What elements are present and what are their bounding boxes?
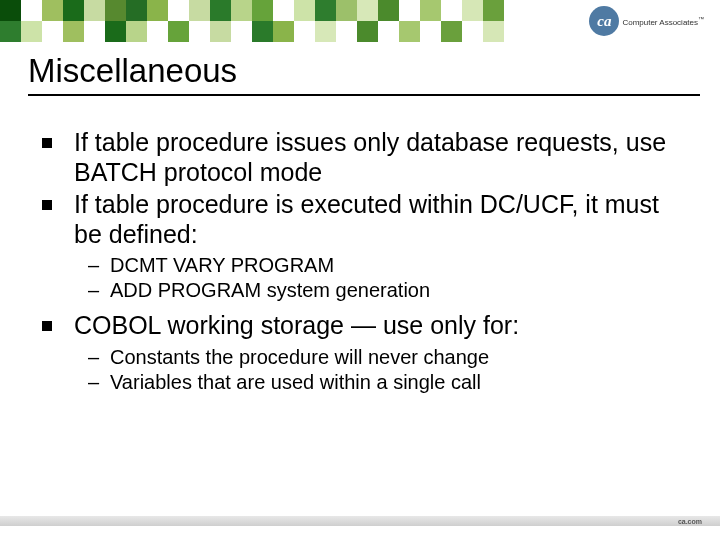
footer-text: ca.com xyxy=(678,518,702,525)
bullet-text: If table procedure issues only database … xyxy=(74,128,666,186)
sub-item: Constants the procedure will never chang… xyxy=(88,345,680,370)
mosaic-tile xyxy=(294,21,315,42)
mosaic-tile xyxy=(420,21,441,42)
brand-name: Computer Associates xyxy=(622,17,698,26)
mosaic-tile xyxy=(21,0,42,21)
mosaic-tile xyxy=(231,0,252,21)
mosaic-tile xyxy=(42,0,63,21)
mosaic-tile xyxy=(294,0,315,21)
mosaic-tile xyxy=(126,0,147,21)
brand-tm: ™ xyxy=(698,16,704,22)
ca-badge-icon: ca xyxy=(589,6,619,36)
title-block: Miscellaneous xyxy=(28,52,700,96)
mosaic-tile xyxy=(546,21,567,42)
brand-logo: ca Computer Associates™ xyxy=(589,6,704,36)
mosaic-tile xyxy=(147,0,168,21)
mosaic-tile xyxy=(336,21,357,42)
mosaic-tile xyxy=(105,21,126,42)
mosaic-tile xyxy=(399,0,420,21)
mosaic-tile xyxy=(210,21,231,42)
mosaic-tile xyxy=(42,21,63,42)
sub-list: DCMT VARY PROGRAMADD PROGRAM system gene… xyxy=(74,253,680,303)
mosaic-tile xyxy=(273,21,294,42)
mosaic-tile xyxy=(315,21,336,42)
bullet-item: If table procedure issues only database … xyxy=(40,128,680,187)
mosaic-tile xyxy=(189,0,210,21)
sub-item: Variables that are used within a single … xyxy=(88,370,680,395)
bullet-item: If table procedure is executed within DC… xyxy=(40,190,680,303)
mosaic-tile xyxy=(231,21,252,42)
mosaic-tile xyxy=(441,0,462,21)
mosaic-tile xyxy=(357,0,378,21)
sub-list: Constants the procedure will never chang… xyxy=(74,345,680,395)
title-underline xyxy=(28,94,700,96)
mosaic-tile xyxy=(168,21,189,42)
sub-item: DCMT VARY PROGRAM xyxy=(88,253,680,278)
bullet-list: If table procedure issues only database … xyxy=(40,128,680,395)
mosaic-tile xyxy=(378,21,399,42)
mosaic-tile xyxy=(378,0,399,21)
bullet-text: COBOL working storage — use only for: xyxy=(74,311,519,339)
footer-bar xyxy=(0,516,720,526)
mosaic-tile xyxy=(504,21,525,42)
mosaic-tile xyxy=(273,0,294,21)
mosaic-tile xyxy=(84,21,105,42)
mosaic-tile xyxy=(0,0,21,21)
mosaic-tile xyxy=(336,0,357,21)
mosaic-tile xyxy=(546,0,567,21)
mosaic-tile xyxy=(399,21,420,42)
bullet-text: If table procedure is executed within DC… xyxy=(74,190,659,248)
sub-item: ADD PROGRAM system generation xyxy=(88,278,680,303)
mosaic-tile xyxy=(252,21,273,42)
content-area: If table procedure issues only database … xyxy=(40,128,680,403)
mosaic-tile xyxy=(462,0,483,21)
mosaic-tile xyxy=(0,21,21,42)
mosaic-tile xyxy=(126,21,147,42)
mosaic-tile xyxy=(63,21,84,42)
mosaic-tile xyxy=(210,0,231,21)
mosaic-tile xyxy=(357,21,378,42)
mosaic-tile xyxy=(525,0,546,21)
mosaic-tile xyxy=(105,0,126,21)
mosaic-tile xyxy=(462,21,483,42)
mosaic-tile xyxy=(315,0,336,21)
mosaic-tile xyxy=(168,0,189,21)
mosaic-tile xyxy=(63,0,84,21)
mosaic-tile xyxy=(483,0,504,21)
mosaic-tile xyxy=(525,21,546,42)
mosaic-tile xyxy=(483,21,504,42)
bullet-item: COBOL working storage — use only for:Con… xyxy=(40,311,680,395)
mosaic-tile xyxy=(147,21,168,42)
mosaic-tile xyxy=(84,0,105,21)
mosaic-tile xyxy=(441,21,462,42)
brand-text: Computer Associates™ xyxy=(622,16,704,27)
mosaic-tile xyxy=(420,0,441,21)
mosaic-tile xyxy=(189,21,210,42)
mosaic-tile xyxy=(504,0,525,21)
mosaic-tile xyxy=(252,0,273,21)
mosaic-tile xyxy=(21,21,42,42)
slide-title: Miscellaneous xyxy=(28,52,700,90)
